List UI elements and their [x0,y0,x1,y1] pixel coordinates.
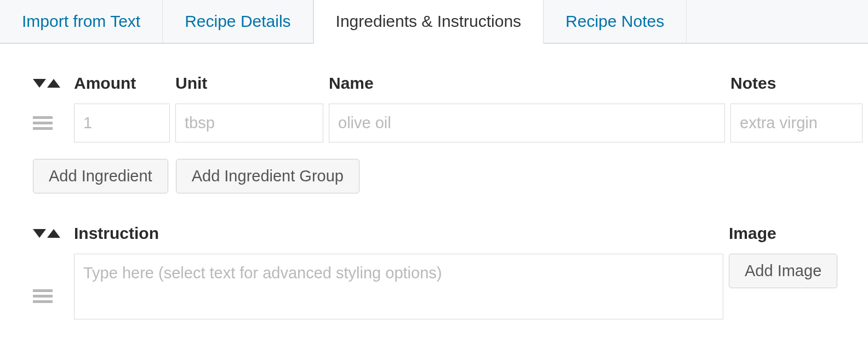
add-ingredient-button[interactable]: Add Ingredient [33,159,168,193]
instructions-section: Instruction Image Add Image [33,224,868,322]
drag-handle-icon[interactable] [33,116,53,130]
header-notes: Notes [730,74,868,93]
header-image: Image [729,224,868,243]
drag-column-2 [33,254,74,303]
tab-ingredients-instructions[interactable]: Ingredients & Instructions [313,0,544,44]
unit-input[interactable] [175,104,323,142]
ingredients-headers: Amount Unit Name Notes [33,74,868,93]
tab-import-from-text[interactable]: Import from Text [0,0,163,43]
content-area: Amount Unit Name Notes [0,44,868,322]
tab-recipe-notes[interactable]: Recipe Notes [544,0,687,43]
instruction-textarea[interactable] [74,254,723,319]
sort-icon[interactable] [33,229,60,238]
sort-column-2 [33,229,74,238]
add-image-button[interactable]: Add Image [729,254,837,288]
tab-recipe-details[interactable]: Recipe Details [163,0,313,43]
instructions-headers: Instruction Image [33,224,868,243]
tabs-bar: Import from Text Recipe Details Ingredie… [0,0,868,44]
ingredient-buttons: Add Ingredient Add Ingredient Group [33,159,868,193]
notes-input[interactable] [730,104,863,142]
name-input[interactable] [329,104,725,142]
header-instruction: Instruction [74,224,729,243]
header-amount: Amount [74,74,175,93]
drag-handle-icon[interactable] [33,289,53,303]
sort-icon[interactable] [33,79,60,88]
header-name: Name [329,74,730,93]
ingredient-row [33,104,868,142]
instruction-row: Add Image [33,254,868,322]
ingredients-section: Amount Unit Name Notes [33,74,868,193]
amount-input[interactable] [74,104,170,142]
sort-column [33,79,74,88]
drag-column [33,116,74,130]
header-unit: Unit [175,74,329,93]
add-ingredient-group-button[interactable]: Add Ingredient Group [176,159,359,193]
